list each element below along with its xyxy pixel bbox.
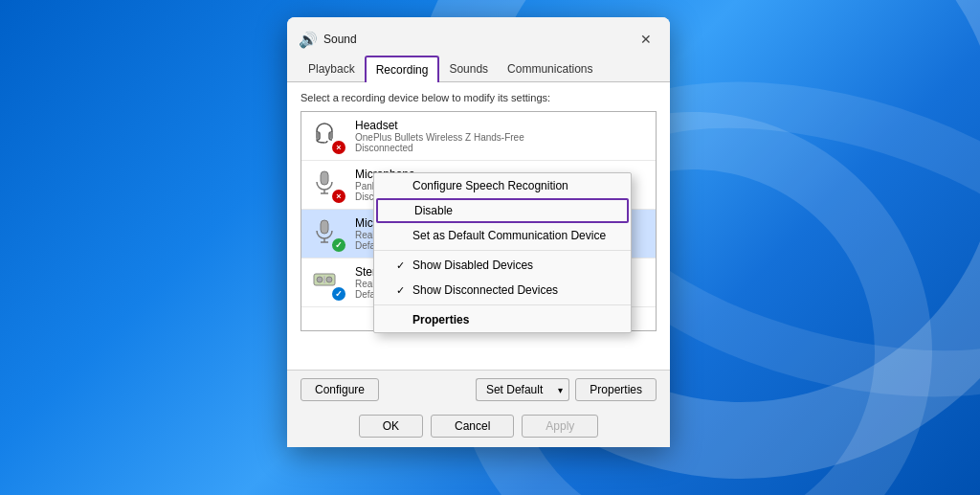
dialog-action-row: OK Cancel Apply [287,409,670,447]
ctx-configure-label: Configure Speech Recognition [412,179,568,192]
ok-button[interactable]: OK [359,415,423,438]
ctx-check-show-disconnected: ✓ [393,284,407,297]
ctx-show-disabled[interactable]: ✓ Show Disabled Devices [374,253,631,278]
svg-rect-2 [321,171,328,185]
tab-playback[interactable]: Playback [299,56,365,81]
configure-button[interactable]: Configure [301,378,379,401]
stereo-status-badge: ✓ [332,287,345,301]
device-headset-icon-wrap: × [309,118,345,154]
ctx-set-default-comm[interactable]: Set as Default Communication Device [374,223,631,248]
tabs-bar: Playback Recording Sounds Communications [287,56,670,82]
dialog-titlebar: 🔊 Sound ✕ [287,17,670,52]
cancel-button[interactable]: Cancel [431,415,514,438]
dialog-title-left: 🔊 Sound [299,31,357,49]
headset-status: Disconnected [355,143,648,153]
device-mic2-icon-wrap: ✓ [309,215,345,252]
dialog-title-text: Sound [323,33,357,46]
headset-status-badge: × [332,141,345,154]
sound-icon: 🔊 [299,31,318,49]
ctx-separator-2 [374,304,631,305]
tab-communications[interactable]: Communications [498,56,602,81]
tab-recording[interactable]: Recording [365,56,440,82]
set-default-group: Set Default ▾ [476,378,569,401]
svg-rect-11 [323,276,325,283]
svg-rect-1 [330,132,333,139]
ctx-disable[interactable]: Disable [376,198,629,223]
properties-button[interactable]: Properties [575,378,657,401]
svg-rect-0 [316,132,319,139]
device-mic1-icon-wrap: × [309,167,345,203]
ctx-configure-speech[interactable]: Configure Speech Recognition [374,173,631,198]
context-menu: Configure Speech Recognition Disable Set… [373,172,632,333]
ctx-separator-1 [374,250,631,251]
instruction-text: Select a recording device below to modif… [301,92,657,103]
ctx-set-default-comm-label: Set as Default Communication Device [412,229,606,242]
set-default-button[interactable]: Set Default [476,378,552,401]
set-default-arrow-button[interactable]: ▾ [552,378,569,401]
ctx-properties-label: Properties [412,313,469,326]
svg-point-9 [317,277,323,282]
headset-name: Headset [355,119,648,132]
ctx-show-disconnected[interactable]: ✓ Show Disconnected Devices [374,278,631,303]
headset-desc: OnePlus Bullets Wireless Z Hands-Free [355,132,648,143]
apply-button[interactable]: Apply [522,415,598,438]
ctx-check-show-disabled: ✓ [393,259,407,272]
dialog-close-button[interactable]: ✕ [634,27,658,52]
device-headset[interactable]: × Headset OnePlus Bullets Wireless Z Han… [301,112,656,161]
ctx-disable-label: Disable [414,204,453,217]
svg-point-10 [326,277,332,282]
headset-info: Headset OnePlus Bullets Wireless Z Hands… [355,119,648,153]
dialog-footer: Configure Set Default ▾ Properties [287,370,670,409]
tab-sounds[interactable]: Sounds [439,56,498,81]
device-stereo-icon-wrap: ✓ [309,264,345,301]
ctx-properties[interactable]: Properties [374,307,631,332]
mic2-status-badge: ✓ [332,238,345,252]
ctx-show-disconnected-label: Show Disconnected Devices [412,283,558,297]
ctx-show-disabled-label: Show Disabled Devices [412,259,533,272]
mic1-status-badge: × [332,190,345,203]
svg-rect-5 [321,220,328,234]
